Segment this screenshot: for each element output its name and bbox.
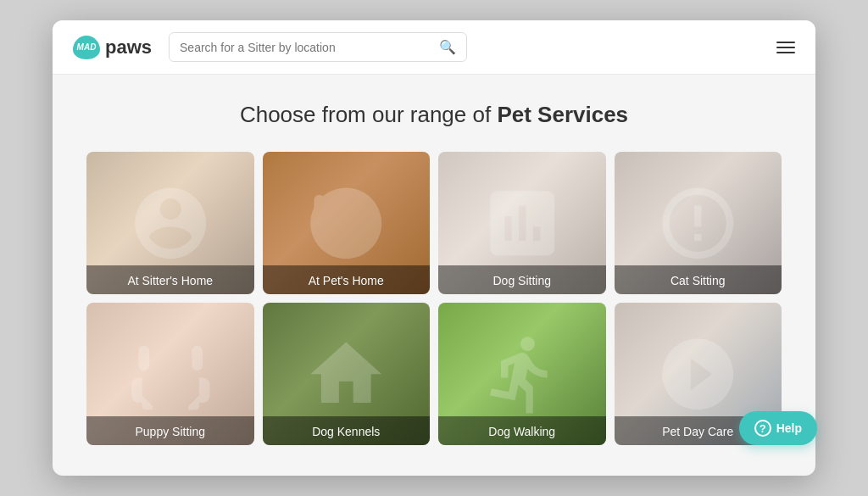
- page-title: Choose from our range of Pet Services: [86, 102, 782, 128]
- card-label-dog-kennels: Dog Kennels: [270, 425, 424, 438]
- search-container[interactable]: 🔍: [169, 32, 466, 62]
- service-card-cat-sitting[interactable]: Cat Sitting: [615, 152, 782, 294]
- service-card-puppy-sitting[interactable]: Puppy Sitting: [86, 303, 254, 445]
- card-label-dog-sitting: Dog Sitting: [445, 274, 599, 287]
- card-overlay-cat-sitting: Cat Sitting: [615, 265, 782, 294]
- card-label-pets-home: At Pet's Home: [270, 274, 424, 287]
- help-button[interactable]: ? Help: [739, 411, 817, 445]
- card-overlay-pets-home: At Pet's Home: [263, 265, 431, 294]
- hamburger-menu-button[interactable]: [776, 42, 795, 53]
- navbar: MAD paws 🔍: [53, 20, 815, 75]
- card-label-dog-walking: Dog Walking: [445, 425, 599, 438]
- service-card-sitters-home[interactable]: At Sitter's Home: [86, 152, 254, 294]
- card-overlay-dog-walking: Dog Walking: [438, 416, 606, 445]
- browser-window: MAD paws 🔍 Choose from our range of Pet …: [53, 20, 815, 476]
- main-content: Choose from our range of Pet Services At…: [53, 75, 815, 476]
- card-label-cat-sitting: Cat Sitting: [621, 274, 776, 287]
- service-card-dog-walking[interactable]: Dog Walking: [438, 303, 606, 445]
- title-prefix: Choose from our range of: [240, 102, 498, 127]
- services-grid: At Sitter's HomeAt Pet's HomeDog Sitting…: [86, 152, 782, 445]
- card-overlay-dog-kennels: Dog Kennels: [263, 416, 431, 445]
- card-label-puppy-sitting: Puppy Sitting: [93, 425, 248, 438]
- logo[interactable]: MAD paws: [73, 36, 152, 59]
- logo-paws-text: paws: [105, 36, 152, 59]
- logo-mad-text: MAD: [77, 42, 97, 52]
- title-bold: Pet Services: [497, 102, 628, 127]
- service-card-pets-home[interactable]: At Pet's Home: [263, 152, 431, 294]
- menu-line-1: [776, 42, 795, 43]
- card-overlay-sitters-home: At Sitter's Home: [86, 265, 254, 294]
- menu-line-3: [776, 52, 795, 53]
- logo-icon: MAD: [73, 36, 100, 59]
- search-input[interactable]: [180, 41, 438, 54]
- help-label: Help: [776, 421, 802, 435]
- card-label-sitters-home: At Sitter's Home: [93, 274, 248, 287]
- service-card-dog-kennels[interactable]: Dog Kennels: [263, 303, 431, 445]
- card-overlay-puppy-sitting: Puppy Sitting: [86, 416, 254, 445]
- search-icon: 🔍: [439, 39, 456, 55]
- help-circle-icon: ?: [754, 420, 771, 437]
- service-card-dog-sitting[interactable]: Dog Sitting: [438, 152, 606, 294]
- card-overlay-dog-sitting: Dog Sitting: [438, 265, 606, 294]
- menu-line-2: [776, 47, 795, 48]
